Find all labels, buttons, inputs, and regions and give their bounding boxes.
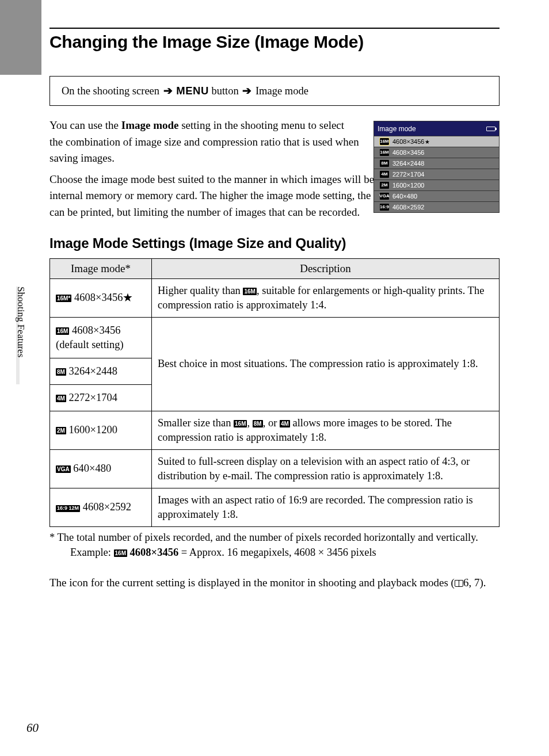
body: Image mode 16M4608×3456★16M4608×34568M32… bbox=[49, 113, 500, 591]
mode-icon: 8M bbox=[253, 420, 263, 427]
breadcrumb: On the shooting screen ➔ MENU button ➔ I… bbox=[49, 76, 500, 106]
table-description: Images with an aspect ratio of 16:9 are … bbox=[152, 488, 500, 526]
table-row: 2M 1600×1200 Smaller size than 16M, 8M, … bbox=[50, 411, 500, 449]
title-rule bbox=[49, 28, 500, 29]
text: , or bbox=[263, 417, 280, 429]
screenshot-menu-item: 2M1600×1200 bbox=[374, 180, 499, 190]
mode-resolution: 2272×1704 bbox=[69, 392, 117, 403]
manual-reference-icon bbox=[455, 580, 463, 587]
mode-icon: 4M bbox=[280, 420, 290, 427]
table-header-description: Description bbox=[152, 259, 500, 279]
text: Example: bbox=[70, 547, 114, 558]
page-corner-decoration bbox=[0, 0, 41, 75]
battery-icon bbox=[486, 127, 495, 131]
page-number: 60 bbox=[26, 721, 39, 735]
breadcrumb-segment: Image mode bbox=[256, 85, 308, 97]
mode-resolution: 4608×3456 bbox=[74, 292, 123, 303]
mode-icon: 2M bbox=[56, 427, 66, 434]
text: You can use the bbox=[49, 119, 121, 131]
text: 6, 7). bbox=[463, 576, 486, 589]
screenshot-menu-item: 16:94608×2592 bbox=[374, 201, 499, 212]
text-bold: Image mode bbox=[121, 119, 179, 131]
page-title: Changing the Image Size (Image Mode) bbox=[49, 32, 500, 52]
text: The icon for the current setting is disp… bbox=[49, 576, 455, 589]
star-icon: ★ bbox=[425, 138, 430, 146]
screenshot-menu-item: VGA640×480 bbox=[374, 190, 499, 201]
text: = Approx. 16 megapixels, 4608 × 3456 pix… bbox=[178, 547, 376, 558]
mode-icon: 16:9 bbox=[380, 204, 389, 211]
mode-resolution: 4608×2592 bbox=[392, 203, 424, 212]
mode-resolution: 4608×3456 bbox=[72, 324, 120, 336]
screenshot-menu-item: 16M4608×3456 bbox=[374, 147, 499, 158]
intro-text: Image mode 16M4608×3456★16M4608×34568M32… bbox=[49, 117, 500, 220]
mode-icon: 16M bbox=[380, 138, 389, 145]
section-tab-label: Shooting Features bbox=[15, 287, 26, 357]
mode-icon: VGA bbox=[56, 465, 71, 473]
mode-icon: 16M* bbox=[56, 295, 71, 302]
mode-resolution: 4608×3456 bbox=[392, 148, 424, 158]
mode-icon: 4M bbox=[380, 171, 389, 178]
mode-icon: 16M bbox=[243, 288, 256, 295]
mode-resolution: 4608×3456 bbox=[392, 137, 424, 147]
section-tab: Shooting Features bbox=[16, 287, 31, 390]
mode-resolution: 640×480 bbox=[73, 463, 111, 474]
footnote-text: * The total number of pixels recorded, a… bbox=[49, 532, 478, 543]
text-bold: 4608×3456 bbox=[130, 547, 179, 558]
screenshot-menu-item: 8M3264×2448 bbox=[374, 158, 499, 169]
breadcrumb-segment: On the shooting screen bbox=[62, 85, 159, 97]
arrow-right-icon: ➔ bbox=[242, 85, 251, 97]
table-header-mode: Image mode* bbox=[50, 259, 152, 279]
mode-resolution: 2272×1704 bbox=[392, 170, 424, 180]
mode-resolution: 1600×1200 bbox=[392, 181, 424, 190]
camera-menu-screenshot: Image mode 16M4608×3456★16M4608×34568M32… bbox=[373, 121, 500, 213]
mode-resolution: 4608×2592 bbox=[83, 501, 131, 513]
table-row: VGA 640×480 Suited to full-screen displa… bbox=[50, 449, 500, 488]
mode-icon: 16M bbox=[56, 327, 69, 335]
mode-icon: VGA bbox=[380, 193, 389, 200]
mode-icon: 16M bbox=[380, 149, 389, 156]
star-icon: ★ bbox=[123, 291, 133, 304]
section-heading: Image Mode Settings (Image Size and Qual… bbox=[49, 235, 500, 251]
text: Smaller size than bbox=[158, 417, 234, 429]
arrow-right-icon: ➔ bbox=[163, 85, 173, 97]
mode-icon: 16:9 12M bbox=[56, 505, 80, 512]
image-mode-table: Image mode* Description 16M* 4608×3456★ … bbox=[49, 258, 500, 527]
mode-resolution: 3264×2448 bbox=[69, 365, 117, 377]
footnote: * The total number of pixels recorded, a… bbox=[49, 530, 500, 560]
text: , bbox=[247, 417, 252, 429]
table-row: 16M* 4608×3456★ Higher quality than 16M,… bbox=[50, 279, 500, 318]
mode-resolution: 3264×2448 bbox=[392, 159, 424, 169]
text: Higher quality than bbox=[158, 285, 243, 296]
mode-icon: 8M bbox=[380, 160, 389, 167]
screenshot-menu-item: 16M4608×3456★ bbox=[374, 136, 499, 147]
table-row: 16:9 12M 4608×2592 Images with an aspect… bbox=[50, 488, 500, 526]
screenshot-menu-item: 4M2272×1704 bbox=[374, 169, 499, 180]
mode-icon: 2M bbox=[380, 182, 389, 189]
default-setting-label: (default setting) bbox=[56, 339, 124, 350]
mode-resolution: 1600×1200 bbox=[69, 424, 117, 436]
mode-resolution: 640×480 bbox=[392, 192, 417, 201]
mode-icon: 8M bbox=[56, 368, 66, 376]
table-description: Suited to full-screen display on a telev… bbox=[152, 449, 500, 488]
menu-button-label: MENU bbox=[176, 85, 208, 97]
screenshot-header: Image mode bbox=[374, 121, 499, 136]
mode-icon: 4M bbox=[56, 395, 66, 402]
closing-text: The icon for the current setting is disp… bbox=[49, 575, 500, 591]
table-description: Best choice in most situations. The comp… bbox=[152, 317, 500, 411]
page: Changing the Image Size (Image Mode) On … bbox=[0, 0, 549, 756]
screenshot-title: Image mode bbox=[378, 124, 416, 134]
mode-icon: 16M bbox=[114, 549, 127, 557]
mode-icon: 16M bbox=[234, 420, 247, 427]
breadcrumb-segment: button bbox=[211, 85, 238, 97]
table-row: 16M 4608×3456(default setting) Best choi… bbox=[50, 317, 500, 358]
